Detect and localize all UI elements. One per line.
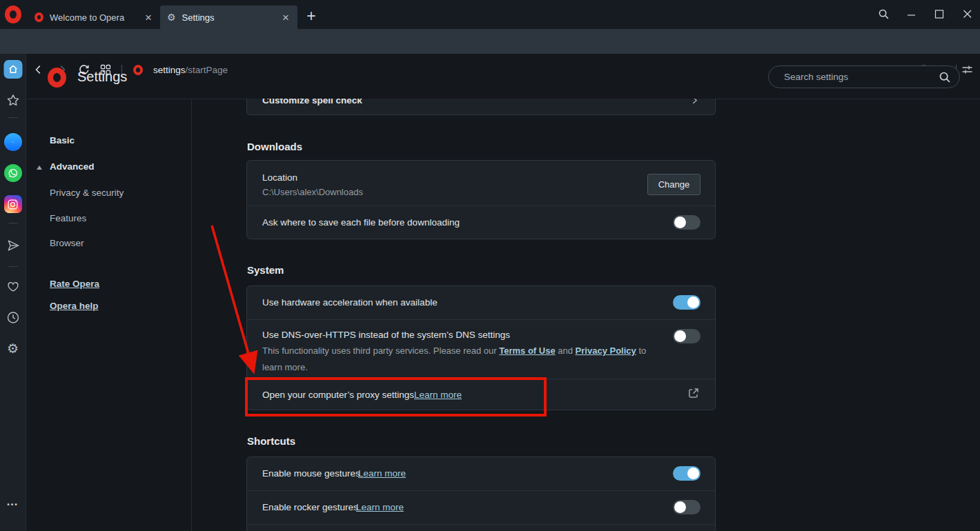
chevron-right-icon bbox=[691, 99, 698, 104]
opera-browser-window: Welcome to Opera × ⚙ Settings × + bbox=[0, 0, 980, 531]
location-value: C:\Users\alex\Downloads bbox=[262, 187, 363, 197]
row-label: Customize spell check bbox=[262, 99, 362, 106]
external-link-icon[interactable] bbox=[687, 387, 700, 399]
customize-spell-check-row[interactable]: Customize spell check bbox=[246, 99, 716, 115]
collapse-triangle-icon bbox=[37, 166, 42, 170]
tab-label: Settings bbox=[182, 12, 282, 23]
back-icon[interactable] bbox=[33, 64, 44, 75]
search-icon bbox=[939, 71, 951, 83]
speed-dial-home-icon[interactable] bbox=[3, 60, 22, 79]
toggle-knob bbox=[687, 297, 699, 308]
address-bar: settings/startPage bbox=[0, 29, 980, 54]
hardware-acceleration-label: Use hardware acceleration when available bbox=[262, 297, 438, 308]
search-settings-input[interactable] bbox=[783, 67, 934, 87]
bookmarks-star-icon[interactable] bbox=[6, 94, 19, 107]
nav-link-opera-help[interactable]: Opera help bbox=[50, 301, 99, 311]
gear-favicon-icon: ⚙ bbox=[167, 12, 176, 22]
divider bbox=[247, 206, 715, 206]
opera-page-icon bbox=[133, 65, 143, 75]
instagram-icon[interactable] bbox=[4, 195, 22, 213]
divider bbox=[247, 319, 715, 320]
opera-favicon-icon bbox=[35, 12, 43, 22]
sidebar-overflow-icon[interactable]: ••• bbox=[7, 501, 19, 508]
settings-search[interactable] bbox=[768, 66, 960, 88]
close-window-button[interactable] bbox=[962, 8, 973, 20]
divider bbox=[8, 117, 17, 118]
change-button[interactable]: Change bbox=[647, 174, 700, 195]
title-bar: Welcome to Opera × ⚙ Settings × + bbox=[0, 0, 980, 29]
shortcuts-card: Enable mouse gestures Learn more Enable … bbox=[246, 457, 716, 531]
page-title: Settings bbox=[77, 69, 127, 85]
tab-label: Welcome to Opera bbox=[50, 12, 144, 23]
easy-setup-sliders-icon[interactable] bbox=[961, 64, 973, 75]
dns-desc-text: This functionality uses third party serv… bbox=[262, 345, 497, 356]
tab-search-icon[interactable] bbox=[878, 8, 890, 20]
toggle-knob bbox=[674, 501, 686, 513]
rocker-gestures-learn-more-link[interactable]: Learn more bbox=[356, 502, 404, 512]
shortcuts-heading: Shortcuts bbox=[247, 435, 295, 447]
ask-where-toggle[interactable] bbox=[673, 215, 700, 230]
url-field[interactable]: settings/startPage bbox=[153, 65, 228, 75]
opera-logo-icon[interactable] bbox=[5, 6, 21, 23]
mouse-gestures-toggle[interactable] bbox=[673, 466, 700, 481]
hardware-acceleration-toggle[interactable] bbox=[673, 295, 700, 310]
divider bbox=[247, 490, 715, 491]
toggle-knob bbox=[687, 468, 699, 479]
url-primary: settings bbox=[153, 65, 186, 75]
divider bbox=[8, 223, 17, 223]
maximize-button[interactable] bbox=[934, 8, 945, 20]
tab-settings[interactable]: ⚙ Settings × bbox=[160, 6, 297, 29]
tab-welcome-to-opera[interactable]: Welcome to Opera × bbox=[28, 6, 160, 29]
downloads-card: Location C:\Users\alex\Downloads Change … bbox=[246, 160, 716, 239]
new-tab-button[interactable]: + bbox=[301, 6, 322, 28]
nav-item-browser[interactable]: Browser bbox=[50, 238, 84, 248]
opera-settings-logo-icon bbox=[48, 68, 66, 88]
toggle-knob bbox=[674, 330, 686, 342]
nav-item-advanced[interactable]: Advanced bbox=[50, 161, 95, 172]
privacy-policy-link[interactable]: Privacy Policy bbox=[576, 345, 636, 356]
divider bbox=[247, 379, 715, 379]
nav-link-rate-opera[interactable]: Rate Opera bbox=[50, 279, 99, 289]
personal-news-heart-icon[interactable] bbox=[6, 280, 19, 293]
tab-close-icon[interactable]: × bbox=[144, 12, 153, 23]
rocker-gestures-label: Enable rocker gestures bbox=[262, 502, 358, 512]
divider bbox=[191, 99, 192, 531]
nav-item-basic[interactable]: Basic bbox=[50, 135, 75, 146]
settings-gear-icon[interactable]: ⚙ bbox=[7, 342, 19, 355]
terms-of-use-link[interactable]: Terms of Use bbox=[499, 345, 555, 356]
downloads-heading: Downloads bbox=[247, 141, 302, 152]
system-heading: System bbox=[247, 264, 284, 276]
tab-close-icon[interactable]: × bbox=[281, 12, 291, 23]
location-label: Location bbox=[262, 172, 297, 183]
dns-description: This functionality uses third party serv… bbox=[262, 343, 650, 376]
messenger-icon[interactable] bbox=[4, 133, 22, 151]
sidebar-strip: ⚙ ••• bbox=[0, 54, 26, 531]
proxy-settings-label: Open your computer’s proxy settings bbox=[262, 390, 414, 400]
proxy-learn-more-link[interactable]: Learn more bbox=[414, 390, 462, 400]
divider bbox=[247, 524, 715, 525]
system-card: Use hardware acceleration when available… bbox=[246, 285, 716, 410]
nav-item-privacy-security[interactable]: Privacy & security bbox=[50, 188, 124, 198]
ask-where-label: Ask where to save each file before downl… bbox=[262, 217, 460, 228]
divider bbox=[8, 266, 17, 267]
toggle-knob bbox=[674, 217, 686, 228]
history-clock-icon[interactable] bbox=[6, 311, 19, 324]
my-flow-send-icon[interactable] bbox=[6, 239, 20, 252]
nav-item-features[interactable]: Features bbox=[50, 213, 86, 223]
whatsapp-icon[interactable] bbox=[4, 164, 22, 182]
dns-desc-text: and bbox=[558, 345, 573, 356]
url-secondary: /startPage bbox=[186, 65, 228, 75]
rocker-gestures-toggle[interactable] bbox=[673, 500, 700, 514]
minimize-button[interactable] bbox=[907, 8, 917, 20]
dns-over-https-toggle[interactable] bbox=[673, 329, 700, 343]
dns-over-https-label: Use DNS-over-HTTPS instead of the system… bbox=[262, 330, 510, 340]
mouse-gestures-label: Enable mouse gestures bbox=[262, 468, 360, 479]
mouse-gestures-learn-more-link[interactable]: Learn more bbox=[358, 468, 406, 479]
